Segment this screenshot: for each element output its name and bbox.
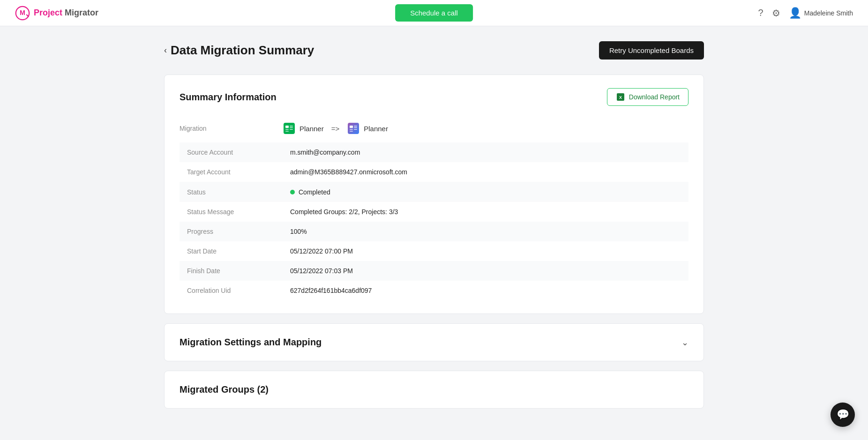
table-row: StatusCompleted <box>180 182 688 202</box>
svg-rect-4 <box>284 123 295 134</box>
row-label: Status Message <box>180 202 283 222</box>
source-app: Planner <box>283 122 324 135</box>
svg-rect-5 <box>285 126 289 128</box>
svg-rect-15 <box>350 129 353 130</box>
svg-rect-17 <box>350 131 353 132</box>
main-content: ‹ Data Migration Summary Retry Uncomplet… <box>153 26 715 424</box>
header-center: Schedule a call <box>395 4 473 22</box>
summary-info-table: Source Accountm.smith@company.comTarget … <box>180 142 688 300</box>
row-label: Progress <box>180 222 283 241</box>
row-value: 05/12/2022 07:00 PM <box>283 241 688 261</box>
chevron-down-icon: ⌄ <box>681 337 688 348</box>
svg-rect-14 <box>354 127 357 128</box>
svg-rect-8 <box>285 129 289 130</box>
target-app-name: Planner <box>364 125 388 133</box>
download-report-button[interactable]: X Download Report <box>607 88 688 106</box>
chat-fab-button[interactable]: 💬 <box>831 403 855 427</box>
row-value: 05/12/2022 07:03 PM <box>283 261 688 281</box>
row-value: Completed <box>283 182 688 202</box>
svg-rect-6 <box>290 126 293 127</box>
user-avatar-icon: 👤 <box>789 7 801 19</box>
excel-icon: X <box>616 92 625 102</box>
svg-text:X: X <box>619 95 622 100</box>
row-value: 100% <box>283 222 688 241</box>
chat-icon: 💬 <box>837 409 849 421</box>
logo[interactable]: M Project Migrator <box>15 6 98 21</box>
page-title-row: ‹ Data Migration Summary Retry Uncomplet… <box>164 41 704 60</box>
row-value: 627d2f264f161bb4ca6df097 <box>283 281 688 300</box>
settings-icon[interactable]: ⚙ <box>772 7 780 19</box>
row-label: Correlation Uid <box>180 281 283 300</box>
row-value: Completed Groups: 2/2, Projects: 3/3 <box>283 202 688 222</box>
source-planner-icon <box>283 122 296 135</box>
user-name: Madeleine Smith <box>804 9 853 17</box>
header: M Project Migrator Schedule a call ? ⚙ 👤… <box>0 0 868 26</box>
migration-apps: Planner => <box>283 122 388 135</box>
logo-text: Project Migrator <box>34 8 98 18</box>
retry-button[interactable]: Retry Uncompleted Boards <box>599 41 704 60</box>
migrated-groups-title: Migrated Groups (2) <box>180 384 688 395</box>
svg-rect-12 <box>350 126 353 128</box>
migration-arrow: => <box>331 125 340 133</box>
user-menu[interactable]: 👤 Madeleine Smith <box>789 7 853 19</box>
row-label: Source Account <box>180 142 283 162</box>
row-label: Target Account <box>180 162 283 182</box>
table-row: Start Date05/12/2022 07:00 PM <box>180 241 688 261</box>
row-value: admin@M365B889427.onmicrosoft.com <box>283 162 688 182</box>
row-label: Status <box>180 182 283 202</box>
svg-rect-13 <box>354 126 357 127</box>
table-row: Progress100% <box>180 222 688 241</box>
migrated-groups-card: Migrated Groups (2) <box>164 371 704 409</box>
target-planner-icon <box>347 122 360 135</box>
page-title: Data Migration Summary <box>171 43 314 58</box>
svg-text:M: M <box>20 9 25 16</box>
svg-rect-10 <box>285 131 289 132</box>
table-row: Status MessageCompleted Groups: 2/2, Pro… <box>180 202 688 222</box>
target-app: Planner <box>347 122 388 135</box>
migration-row: Migration Planner => <box>180 117 688 142</box>
settings-card-header[interactable]: Migration Settings and Mapping ⌄ <box>180 337 688 348</box>
svg-rect-7 <box>290 127 293 128</box>
summary-card-header: Summary Information X Download Report <box>180 88 688 106</box>
logo-icon: M <box>15 6 30 21</box>
status-dot <box>290 190 295 194</box>
summary-card: Summary Information X Download Report Mi… <box>164 75 704 314</box>
back-button[interactable]: ‹ <box>164 45 167 55</box>
svg-rect-11 <box>348 123 359 134</box>
status-text: Completed <box>299 188 330 196</box>
table-row: Finish Date05/12/2022 07:03 PM <box>180 261 688 281</box>
row-label: Start Date <box>180 241 283 261</box>
summary-card-title: Summary Information <box>180 92 277 103</box>
header-right: ? ⚙ 👤 Madeleine Smith <box>758 7 853 19</box>
source-app-name: Planner <box>299 125 324 133</box>
table-row: Correlation Uid627d2f264f161bb4ca6df097 <box>180 281 688 300</box>
settings-card-title: Migration Settings and Mapping <box>180 337 322 348</box>
svg-rect-16 <box>354 129 357 130</box>
migration-label: Migration <box>180 125 283 132</box>
svg-rect-9 <box>290 129 293 130</box>
table-row: Source Accountm.smith@company.com <box>180 142 688 162</box>
schedule-call-button[interactable]: Schedule a call <box>395 4 473 22</box>
table-row: Target Accountadmin@M365B889427.onmicros… <box>180 162 688 182</box>
row-value: m.smith@company.com <box>283 142 688 162</box>
page-title-left: ‹ Data Migration Summary <box>164 43 314 58</box>
migration-settings-card: Migration Settings and Mapping ⌄ <box>164 323 704 361</box>
help-icon[interactable]: ? <box>758 7 763 18</box>
row-label: Finish Date <box>180 261 283 281</box>
